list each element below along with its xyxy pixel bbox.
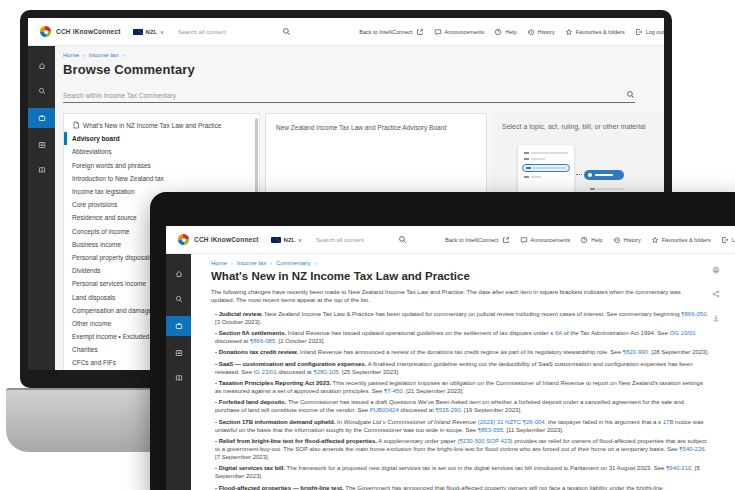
nz-flag-icon: [271, 237, 281, 243]
nav-announcements[interactable]: Announcements: [520, 236, 571, 244]
download-icon[interactable]: [712, 314, 720, 322]
inline-link[interactable]: ¶866-085: [250, 338, 275, 344]
search-icon[interactable]: [398, 235, 407, 244]
list-item-label: CFCs and FIFs: [72, 359, 116, 366]
list-item-label: Residence and source: [72, 214, 137, 221]
inline-link[interactable]: 6A: [555, 330, 562, 336]
nav-label: Announcements: [531, 237, 571, 243]
chevron-down-icon: ∨: [160, 29, 164, 35]
list-item-foreign-words-and-phrases[interactable]: Foreign words and phrases: [64, 159, 259, 172]
breadcrumb: Home›Income tax›: [63, 52, 664, 58]
list-item-what-s-new-in-nz-income-tax-law-and-practice[interactable]: What's New in NZ Income Tax Law and Prac…: [64, 118, 259, 132]
nav-back-to-intelliconnect[interactable]: Back to IntelliConnect: [359, 28, 423, 36]
rail-item-home[interactable]: [28, 58, 55, 74]
nav-favourites-folders[interactable]: Favourites & folders: [651, 236, 711, 244]
item-text: discussed at: [277, 369, 314, 375]
item-lead: - Donations tax credit review.: [215, 349, 298, 355]
list-item-label: Compensation and damages: [72, 307, 155, 314]
nav-log-out[interactable]: Log out: [721, 236, 735, 244]
list-item-label: Personal services income: [72, 280, 146, 287]
nav-label: Help: [591, 237, 602, 243]
whats-new-item: - Relief from bright-line test for flood…: [215, 438, 709, 462]
inline-link[interactable]: ¶540-226: [679, 446, 704, 452]
item-lead: - Judicial review.: [215, 311, 263, 317]
crumb-income-tax[interactable]: Income tax: [237, 260, 266, 266]
print-icon[interactable]: [712, 266, 720, 274]
item-text: of the Tax Administration Act 1994. See: [562, 330, 670, 336]
search-icon[interactable]: [282, 27, 291, 36]
inline-link[interactable]: 17B: [663, 419, 674, 425]
nav-back-to-intelliconnect[interactable]: Back to IntelliConnect: [445, 236, 509, 244]
list-item-advisory-board[interactable]: Advisory board: [64, 132, 259, 145]
inline-link[interactable]: ¶535-290: [435, 407, 460, 413]
front-topbar-nav: Back to IntelliConnectAnnouncementsHelpH…: [445, 236, 735, 244]
list-item-abbreviations[interactable]: Abbreviations: [64, 145, 259, 158]
inline-link[interactable]: ¶866-050: [681, 311, 706, 317]
search-placeholder: Search all content: [316, 237, 364, 243]
nav-help[interactable]: Help: [494, 28, 516, 36]
inline-link[interactable]: OG 23/01: [670, 330, 696, 336]
rail-item-book[interactable]: [28, 162, 55, 178]
inline-link[interactable]: ¶820-990: [623, 349, 648, 355]
nav-label: Help: [505, 29, 516, 35]
rail-item-search[interactable]: [28, 83, 55, 99]
breadcrumb-separator: ›: [231, 260, 233, 266]
rail-item-book[interactable]: [166, 370, 191, 386]
breadcrumb-separator: ›: [83, 52, 85, 58]
list-item-introduction-to-new-zealand-tax[interactable]: Introduction to New Zealand tax: [64, 172, 259, 185]
nav-favourites-folders[interactable]: Favourites & folders: [565, 28, 625, 36]
commentary-search-input[interactable]: Search within Income Tax Commentary: [63, 90, 635, 103]
global-search-input[interactable]: Search all content: [178, 27, 291, 36]
region-selector[interactable]: NZL ∨: [133, 29, 164, 35]
nav-history[interactable]: History: [527, 28, 555, 36]
rail-item-home[interactable]: [166, 266, 191, 282]
rail-item-search[interactable]: [166, 291, 191, 307]
list-item-label: Charities: [72, 346, 98, 353]
inline-link[interactable]: ¶280-105: [313, 369, 338, 375]
list-item-label: Introduction to New Zealand tax: [72, 175, 164, 182]
inline-link[interactable]: ¶940-210: [666, 465, 691, 471]
crumb-home[interactable]: Home: [63, 52, 79, 58]
nav-label: Favourites & folders: [576, 29, 625, 35]
breadcrumb-separator: ›: [314, 260, 316, 266]
rail-item-news[interactable]: [166, 345, 191, 361]
front-topbar: CCH iKnowConnect NZL ∨ Search all conten…: [166, 226, 735, 254]
nz-flag-icon: [133, 29, 143, 35]
region-selector[interactable]: NZL ∨: [271, 237, 302, 243]
whats-new-item: - Forfeited land deposits. The Commissio…: [215, 399, 709, 415]
book-icon: [175, 374, 183, 382]
nav-help[interactable]: Help: [580, 236, 602, 244]
rail-item-practice-areas[interactable]: [166, 316, 191, 336]
brand-name: CCH iKnowConnect: [56, 28, 121, 35]
inline-link[interactable]: (2023) 31 NZTC ¶26-004: [478, 419, 545, 425]
rail-item-practice-areas[interactable]: [28, 108, 55, 128]
nav-announcements[interactable]: Announcements: [434, 28, 485, 36]
front-sidebar: [166, 254, 191, 490]
inline-link[interactable]: PUB00424: [370, 407, 399, 413]
news-icon: [175, 349, 183, 357]
nav-label: Favourites & folders: [662, 237, 711, 243]
brand-logo-icon: [178, 234, 189, 245]
search-icon[interactable]: [626, 90, 635, 99]
inline-link[interactable]: ¶853-055: [478, 427, 503, 433]
nav-history[interactable]: History: [613, 236, 641, 244]
article-intro: The following changes have recently been…: [211, 289, 705, 305]
list-item-label: Advisory board: [72, 135, 120, 142]
crumb-home[interactable]: Home: [211, 260, 227, 266]
item-text: The Government has announced that flood-…: [344, 485, 663, 490]
document-actions: [712, 266, 720, 322]
inline-link[interactable]: IG 23/01: [254, 369, 277, 375]
breadcrumb-separator: ›: [122, 52, 124, 58]
rail-item-news[interactable]: [28, 137, 55, 153]
nav-log-out[interactable]: Log out: [635, 28, 664, 36]
inline-link[interactable]: ¶230-500 SOP 423: [459, 438, 510, 444]
global-search-input[interactable]: Search all content: [316, 235, 407, 244]
item-lead: - Section 6A settlements.: [215, 330, 286, 336]
article-main: Home›Income tax›Commentary› What's New i…: [191, 254, 735, 490]
crumb-commentary[interactable]: Commentary: [276, 260, 310, 266]
external-link-icon: [502, 236, 510, 244]
share-icon[interactable]: [712, 290, 720, 298]
inline-link[interactable]: ¶7-450: [384, 388, 403, 394]
external-link-icon: [416, 28, 424, 36]
crumb-income-tax[interactable]: Income tax: [89, 52, 118, 58]
